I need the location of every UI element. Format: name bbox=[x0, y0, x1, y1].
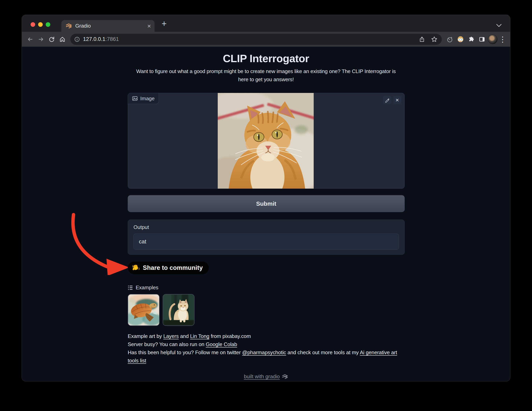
extensions-button[interactable] bbox=[466, 35, 476, 44]
reload-button[interactable] bbox=[47, 35, 57, 44]
home-icon bbox=[59, 36, 66, 43]
subtitle-line2: here to get you answers! bbox=[22, 75, 510, 84]
footer-text: Example art by bbox=[128, 333, 163, 339]
annotation-arrow bbox=[66, 209, 133, 275]
cat-photo[interactable] bbox=[218, 93, 314, 189]
page-title: CLIP Interrogator bbox=[22, 52, 510, 65]
output-label: Output bbox=[133, 224, 149, 230]
turtle-example-image bbox=[128, 294, 159, 326]
forward-icon bbox=[38, 36, 44, 43]
window-close-button[interactable] bbox=[31, 22, 35, 27]
reload-icon bbox=[48, 36, 55, 43]
footer-text: and check out more tools at my bbox=[286, 349, 360, 355]
extensions-puzzle-icon bbox=[468, 36, 475, 43]
link-pharmapsychotic[interactable]: @pharmapsychotic bbox=[242, 349, 286, 355]
url-text[interactable]: 127.0.0.1:7861 bbox=[83, 36, 119, 42]
footer-line-3: Has this been helpful to you? Follow me … bbox=[128, 348, 406, 365]
chevron-down-icon bbox=[496, 22, 502, 27]
footer-line-2: Server busy? You can also run on Google … bbox=[128, 340, 406, 348]
share-icon bbox=[419, 36, 425, 43]
info-icon[interactable] bbox=[74, 36, 80, 43]
gradio-footer-logo-icon bbox=[282, 374, 288, 379]
built-with-gradio: built with gradio bbox=[22, 374, 510, 380]
submit-button[interactable]: Submit bbox=[128, 195, 405, 212]
edit-image-button[interactable] bbox=[383, 96, 391, 104]
examples-list-icon bbox=[128, 285, 133, 290]
forward-button[interactable] bbox=[36, 35, 46, 44]
link-google-colab[interactable]: Google Colab bbox=[206, 341, 237, 347]
window-minimize-button[interactable] bbox=[38, 22, 43, 27]
share-to-community-button[interactable]: Share to community bbox=[128, 262, 209, 274]
window-zoom-button[interactable] bbox=[46, 22, 50, 27]
page-subtitle: Want to figure out what a good prompt mi… bbox=[22, 67, 510, 84]
image-icon bbox=[132, 95, 138, 102]
output-value: cat bbox=[139, 238, 146, 245]
share-button[interactable] bbox=[417, 35, 427, 44]
extension-timer-button[interactable] bbox=[445, 35, 455, 44]
clear-icon: × bbox=[396, 97, 399, 103]
traffic-lights bbox=[31, 22, 50, 27]
gradio-logo-icon bbox=[65, 23, 72, 29]
link-lin-tong[interactable]: Lin Tong bbox=[190, 333, 209, 339]
url-port: :7861 bbox=[105, 36, 119, 42]
output-textbox[interactable]: cat bbox=[133, 234, 399, 250]
footer-text: Has this been helpful to you? Follow me … bbox=[128, 349, 242, 355]
url-host: 127.0.0.1 bbox=[83, 36, 105, 42]
image-label: Image bbox=[140, 95, 154, 102]
image-toolbar: × bbox=[383, 96, 401, 104]
examples-header: Examples bbox=[128, 285, 158, 291]
link-layers[interactable]: Layers bbox=[163, 333, 179, 339]
tab-strip: Gradio × + bbox=[22, 15, 510, 32]
address-bar[interactable]: 127.0.0.1:7861 bbox=[70, 34, 442, 45]
app-footer-text: Example art by Layers and Lin Tong from … bbox=[128, 332, 406, 365]
footer-text: from pixabay.com bbox=[209, 333, 251, 339]
example-cat-thumbnail[interactable] bbox=[163, 294, 194, 326]
person-extension-icon bbox=[457, 36, 464, 43]
footer-line-1: Example art by Layers and Lin Tong from … bbox=[128, 332, 406, 340]
image-component: Image × bbox=[128, 93, 405, 189]
side-panel-button[interactable] bbox=[477, 35, 487, 44]
wave-hand-icon bbox=[132, 264, 140, 272]
tab-close-icon[interactable]: × bbox=[147, 23, 151, 29]
bookmark-star-icon bbox=[431, 36, 438, 43]
home-button[interactable] bbox=[58, 35, 67, 44]
back-icon bbox=[27, 36, 34, 43]
bookmark-button[interactable] bbox=[429, 35, 439, 44]
page-content: CLIP Interrogator Want to figure out wha… bbox=[22, 47, 510, 381]
menu-kebab-icon[interactable]: ⋮ bbox=[499, 36, 507, 43]
side-panel-icon bbox=[479, 36, 485, 43]
footer-text: Server busy? You can also run on bbox=[128, 341, 206, 347]
new-tab-button[interactable]: + bbox=[160, 19, 169, 28]
image-label-badge: Image bbox=[128, 93, 159, 104]
clear-image-button[interactable]: × bbox=[393, 96, 401, 104]
built-with-gradio-link[interactable]: built with gradio bbox=[244, 374, 280, 380]
examples-gallery bbox=[128, 294, 194, 326]
tab-title: Gradio bbox=[75, 23, 144, 29]
tab-search-button[interactable] bbox=[497, 22, 501, 26]
back-button[interactable] bbox=[25, 35, 35, 44]
browser-toolbar: 127.0.0.1:7861 bbox=[22, 32, 510, 47]
tab-gradio[interactable]: Gradio × bbox=[61, 20, 154, 32]
output-component: Output cat bbox=[128, 220, 405, 255]
profile-avatar[interactable] bbox=[488, 35, 497, 44]
pencil-icon bbox=[385, 97, 390, 103]
extension-person-button[interactable] bbox=[456, 35, 465, 44]
example-turtle-thumbnail[interactable] bbox=[128, 294, 160, 326]
footer-text: and bbox=[179, 333, 190, 339]
examples-label: Examples bbox=[136, 285, 158, 291]
browser-window: Gradio × + 127.0.0.1:7861 bbox=[22, 15, 510, 381]
subtitle-line1: Want to figure out what a good prompt mi… bbox=[22, 67, 510, 75]
share-label: Share to community bbox=[143, 264, 203, 271]
cat-example-image bbox=[163, 294, 194, 326]
timer-extension-icon bbox=[446, 36, 453, 43]
